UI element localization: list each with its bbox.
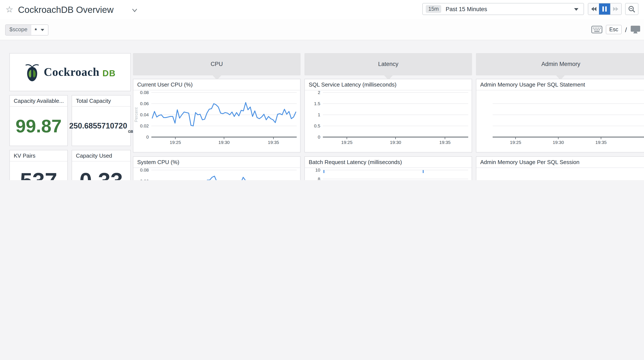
svg-text:10: 10	[315, 167, 320, 172]
cockroachdb-logo-panel: Cockroach DB	[10, 53, 131, 91]
stat-panel-kv-pairs[interactable]: KV Pairs 537	[10, 150, 68, 180]
svg-text:0.04: 0.04	[140, 112, 149, 117]
chart-title: Admin Memory Usage Per SQL Statement	[476, 79, 644, 90]
scope-caret-icon	[40, 29, 44, 31]
chart-panel-current-user-cpu: Current User CPU (%) 00.020.040.060.0819…	[133, 79, 300, 152]
svg-text:0.06: 0.06	[140, 101, 149, 106]
stat-value: 537	[10, 161, 67, 180]
zoom-out-button[interactable]	[625, 3, 638, 15]
esc-key-hint: Esc	[606, 25, 622, 34]
time-range-label: Past 15 Minutes	[446, 6, 487, 12]
group-header-admin-memory[interactable]: Admin Memory	[476, 53, 644, 75]
chart-admin-memory-statement[interactable]: 19:2519:3019:35	[476, 90, 644, 152]
group-header-cpu[interactable]: CPU	[133, 53, 300, 75]
chart-sql-service-latency[interactable]: 00.511.5219:2519:3019:35	[305, 90, 472, 152]
svg-text:0.06: 0.06	[140, 179, 149, 180]
template-variable-toolbar: $scope * Esc /	[0, 19, 644, 40]
svg-text:0.5: 0.5	[314, 123, 320, 128]
chart-panel-sql-service-latency: SQL Service Latency (milliseconds) 00.51…	[304, 79, 472, 152]
stat-panel-capacity-used[interactable]: Capacity Used 0.33	[72, 150, 131, 180]
brand-name: Cockroach	[44, 65, 100, 79]
svg-text:19:35: 19:35	[595, 140, 607, 145]
svg-text:0.08: 0.08	[140, 90, 149, 95]
rewind-button[interactable]	[588, 3, 599, 14]
chart-title: Batch Request Latency (milliseconds)	[305, 157, 472, 168]
top-header: ☆ CockroachDB Overview 15m Past 15 Minut…	[0, 0, 644, 19]
chart-system-cpu[interactable]: 00.020.040.060.0819:2519:3019:35	[133, 167, 300, 180]
scope-variable-name: $scope	[6, 25, 31, 35]
svg-text:1: 1	[318, 112, 320, 117]
svg-text:2: 2	[318, 90, 320, 95]
chart-panel-system-cpu: System CPU (%) 00.020.040.060.0819:2519:…	[133, 156, 300, 180]
dashboard-app: ☆ CockroachDB Overview 15m Past 15 Minut…	[0, 0, 644, 180]
stat-panel-total-capacity[interactable]: Total Capacity 250.6855710720GB	[72, 95, 131, 146]
svg-text:19:25: 19:25	[510, 140, 521, 145]
svg-text:1.5: 1.5	[314, 101, 320, 106]
chart-admin-memory-session[interactable]: 19:2519:3019:35	[476, 167, 644, 180]
pause-icon	[602, 6, 607, 11]
group-header-latency[interactable]: Latency	[304, 53, 472, 75]
svg-text:0.02: 0.02	[140, 123, 149, 128]
playback-controls	[588, 3, 622, 15]
fullscreen-hints: Esc /	[591, 24, 640, 35]
slash-hint: /	[625, 26, 627, 33]
stat-label: Total Capacity	[72, 95, 130, 107]
svg-text:19:30: 19:30	[390, 140, 401, 145]
chart-title: Admin Memory Usage Per SQL Session	[476, 157, 644, 168]
dashboard-canvas: Cockroach DB Capacity Available... 99.87…	[0, 40, 644, 180]
cockroach-bug-icon	[24, 62, 40, 82]
time-range-badge: 15m	[426, 5, 442, 13]
stat-unit: GB	[128, 130, 133, 134]
stat-label: Capacity Available...	[10, 95, 67, 107]
page-title: CockroachDB Overview	[18, 0, 114, 19]
zoom-out-magnifier-icon	[628, 5, 636, 13]
chart-title: Current User CPU (%)	[133, 79, 300, 90]
svg-text:0.08: 0.08	[140, 167, 149, 172]
pause-button[interactable]	[599, 3, 610, 14]
keyboard-shortcuts-icon[interactable]	[591, 26, 602, 33]
stat-label: Capacity Used	[72, 150, 130, 161]
svg-text:19:35: 19:35	[439, 140, 451, 145]
scope-variable-value: *	[35, 27, 37, 33]
stat-value: 99.87	[10, 106, 67, 146]
chart-batch-request-latency[interactable]: 024681019:2519:3019:35	[305, 167, 472, 180]
stat-label: KV Pairs	[10, 150, 67, 161]
fullscreen-monitor-icon[interactable]	[630, 25, 640, 34]
svg-text:8: 8	[318, 176, 320, 180]
title-dropdown-chevron-icon[interactable]	[132, 8, 138, 12]
chart-current-user-cpu[interactable]: 00.020.040.060.0819:2519:3019:35Percent	[133, 90, 300, 152]
svg-text:19:30: 19:30	[553, 140, 564, 145]
stat-panel-capacity-available[interactable]: Capacity Available... 99.87	[10, 95, 68, 146]
time-range-caret-icon	[574, 8, 578, 11]
favorite-star-icon[interactable]: ☆	[6, 4, 13, 15]
stat-value: 250.6855710720	[69, 121, 127, 130]
svg-text:19:35: 19:35	[268, 140, 279, 145]
rewind-icon	[590, 6, 596, 11]
group-label: Latency	[304, 53, 472, 75]
svg-text:Percent: Percent	[134, 107, 138, 122]
stat-value: 0.33	[72, 161, 130, 180]
svg-text:19:25: 19:25	[341, 140, 353, 145]
time-range-selector[interactable]: 15m Past 15 Minutes	[422, 3, 584, 15]
chart-panel-admin-memory-statement: Admin Memory Usage Per SQL Statement 19:…	[476, 79, 644, 152]
svg-text:0: 0	[146, 134, 149, 139]
chart-title: SQL Service Latency (milliseconds)	[305, 79, 472, 90]
brand-suffix: DB	[102, 66, 116, 78]
group-label: CPU	[133, 53, 300, 75]
scope-template-variable[interactable]: $scope *	[5, 24, 48, 35]
group-label: Admin Memory	[476, 53, 644, 75]
chart-panel-batch-request-latency: Batch Request Latency (milliseconds) 024…	[304, 156, 472, 180]
svg-text:19:25: 19:25	[170, 140, 181, 145]
fast-forward-icon	[613, 6, 619, 11]
chart-title: System CPU (%)	[133, 157, 300, 168]
svg-text:0: 0	[318, 134, 320, 139]
fast-forward-button[interactable]	[610, 3, 621, 14]
svg-text:19:30: 19:30	[218, 140, 230, 145]
chart-panel-admin-memory-session: Admin Memory Usage Per SQL Session 19:25…	[476, 156, 644, 180]
